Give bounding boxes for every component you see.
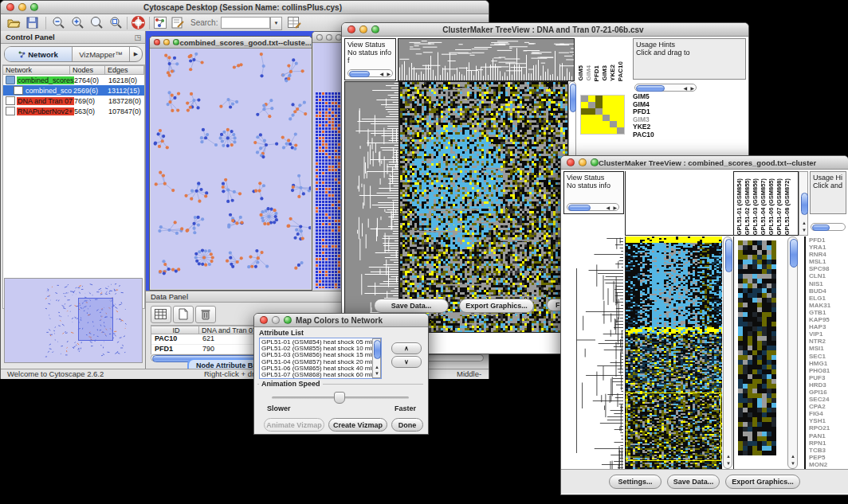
search-dropdown-icon[interactable]: ▼ bbox=[270, 17, 282, 30]
gene-label[interactable]: YRA1 bbox=[809, 244, 847, 251]
network-table-row[interactable]: combined_sco 2569(6) 13112(15) bbox=[3, 85, 144, 96]
gene-label[interactable]: NTR2 bbox=[809, 338, 847, 345]
row-label[interactable]: PAC10 bbox=[633, 131, 654, 139]
gene-label[interactable]: ELG1 bbox=[809, 295, 847, 302]
save-data-button[interactable]: Save Data... bbox=[667, 475, 720, 489]
gene-label[interactable]: PHO81 bbox=[809, 367, 847, 374]
vscrollbar-thumb[interactable] bbox=[570, 84, 576, 112]
mini-vscrollbar[interactable]: ▲ ▼ bbox=[787, 236, 798, 469]
help-lifebuoy-icon[interactable] bbox=[132, 16, 145, 29]
usage-hints-hscrollbar[interactable]: ◀ ▶ bbox=[634, 84, 697, 92]
similarity-matrix[interactable] bbox=[580, 95, 625, 135]
dialog-titlebar[interactable]: Map Colors to Network bbox=[254, 314, 428, 327]
scroll-right-icon[interactable]: ▶ bbox=[613, 205, 617, 210]
scroll-down-icon[interactable]: ▼ bbox=[791, 461, 795, 466]
animate-vizmap-button[interactable]: Animate Vizmap bbox=[264, 418, 324, 432]
zoom-button[interactable] bbox=[284, 316, 292, 324]
minimize-button[interactable] bbox=[359, 25, 367, 33]
close-button[interactable] bbox=[316, 34, 323, 41]
hscrollbar-thumb[interactable] bbox=[636, 85, 665, 92]
gene-label[interactable]: GTB1 bbox=[809, 309, 847, 316]
vscrollbar-thumb[interactable] bbox=[801, 193, 808, 215]
network-table-row[interactable]: combined_scores 2764(0) 16218(0) bbox=[3, 75, 144, 85]
float-panel-icon[interactable]: ◳ bbox=[134, 33, 141, 41]
move-down-button[interactable]: ∨ bbox=[391, 356, 422, 368]
gene-label[interactable]: PFD1 bbox=[809, 236, 847, 244]
birdseye-canvas[interactable] bbox=[5, 279, 140, 361]
column-header-edges[interactable]: Edges bbox=[105, 65, 144, 75]
gene-label[interactable]: CPA2 bbox=[809, 403, 847, 410]
column-label[interactable]: GPL51-08 (GSM872) bbox=[783, 178, 791, 235]
gene-label[interactable]: SEC24 bbox=[809, 396, 847, 403]
usage-hints-hscrollbar[interactable] bbox=[811, 223, 846, 231]
column-header-network[interactable]: Network bbox=[2, 65, 70, 75]
scroll-down-icon[interactable]: ▼ bbox=[802, 228, 807, 232]
mini-heatmap-canvas[interactable] bbox=[738, 240, 776, 455]
zoom-button[interactable] bbox=[591, 158, 599, 166]
select-attributes-button[interactable] bbox=[151, 306, 171, 323]
delete-attribute-button[interactable] bbox=[195, 306, 216, 323]
treeview2-titlebar[interactable]: ClusterMaker TreeView : combined_scores_… bbox=[561, 156, 848, 170]
gene-label[interactable]: PUF3 bbox=[809, 374, 847, 381]
gene-label[interactable]: BUD4 bbox=[809, 287, 847, 295]
gene-label[interactable]: NIS1 bbox=[809, 280, 847, 287]
scroll-down-icon[interactable]: ▼ bbox=[726, 461, 731, 466]
gene-label[interactable]: RPN1 bbox=[809, 440, 847, 447]
scroll-down-icon[interactable]: ▼ bbox=[375, 371, 379, 376]
main-titlebar[interactable]: Cytoscape Desktop (Session Name: collins… bbox=[1, 1, 489, 14]
scroll-up-icon[interactable]: ▲ bbox=[791, 454, 795, 459]
open-file-icon[interactable] bbox=[7, 17, 21, 29]
column-label[interactable]: GPL51-03 (GSM856) bbox=[752, 178, 759, 235]
column-label[interactable]: GIM5 bbox=[577, 65, 584, 81]
close-button[interactable] bbox=[260, 316, 268, 324]
zoom-selected-icon[interactable] bbox=[109, 16, 123, 29]
gene-label[interactable]: PAN1 bbox=[809, 432, 847, 440]
gene-label[interactable]: HRD3 bbox=[809, 381, 847, 389]
network-overview-icon[interactable] bbox=[154, 17, 167, 29]
attribute-browser-icon[interactable] bbox=[288, 17, 301, 29]
column-dendrogram-area[interactable] bbox=[625, 171, 733, 236]
zoom-in-icon[interactable] bbox=[71, 16, 84, 29]
scroll-left-icon[interactable]: ◀ bbox=[683, 86, 687, 91]
tab-vizmapper[interactable]: VizMapper™ bbox=[73, 47, 129, 61]
gene-label[interactable]: FIG4 bbox=[809, 410, 847, 417]
column-label[interactable]: GIM4 bbox=[585, 65, 592, 81]
column-label[interactable]: PFD1 bbox=[593, 65, 600, 81]
gene-label[interactable]: TCB3 bbox=[809, 447, 847, 454]
gene-label[interactable]: PEP5 bbox=[809, 454, 847, 461]
save-data-button[interactable]: Save Data... bbox=[374, 299, 449, 313]
scroll-up-icon[interactable]: ▲ bbox=[726, 454, 731, 459]
speed-slider-thumb[interactable] bbox=[334, 392, 345, 404]
minimize-button[interactable] bbox=[163, 39, 170, 45]
done-button[interactable]: Done bbox=[391, 418, 423, 432]
tab-network[interactable]: Network bbox=[5, 47, 73, 61]
zoom-fit-icon[interactable] bbox=[90, 16, 104, 29]
export-graphics-button[interactable]: Export Graphics... bbox=[459, 299, 534, 313]
column-label[interactable]: GPL51-06 (GSM865) bbox=[768, 178, 775, 235]
export-graphics-button[interactable]: Export Graphics... bbox=[725, 475, 800, 489]
column-labels-vscrollbar[interactable]: ▲ ▼ bbox=[799, 171, 808, 236]
heatmap-canvas[interactable] bbox=[399, 81, 568, 333]
tab-overflow-button[interactable]: ▶ bbox=[129, 47, 142, 61]
minimize-button[interactable] bbox=[18, 3, 26, 11]
gene-label[interactable]: MON2 bbox=[809, 461, 847, 468]
view-status-hscrollbar[interactable]: ◀ ▶ bbox=[347, 69, 393, 77]
scroll-left-icon[interactable]: ◀ bbox=[606, 205, 610, 210]
zoom-button[interactable] bbox=[371, 25, 379, 33]
vscrollbar-thumb[interactable] bbox=[790, 239, 798, 268]
gene-label[interactable]: YSH1 bbox=[809, 417, 847, 424]
row-dendrogram-canvas[interactable] bbox=[563, 236, 623, 469]
column-label[interactable]: PAC10 bbox=[617, 61, 624, 81]
gene-label[interactable]: MSL1 bbox=[809, 258, 847, 265]
network-table-row[interactable]: RNAPuberNov2+ 563(0) 107847(0) bbox=[3, 106, 144, 116]
close-button[interactable] bbox=[6, 3, 14, 11]
vscrollbar-thumb[interactable] bbox=[374, 340, 381, 359]
column-label[interactable]: GPL51-02 (GSM855) bbox=[744, 178, 751, 235]
gene-label[interactable]: GPI16 bbox=[809, 389, 847, 396]
vscrollbar-thumb[interactable] bbox=[725, 239, 732, 272]
network-table-row[interactable]: DNA and Tran 07 769(0) 183728(0) bbox=[3, 96, 144, 106]
row-dendrogram-canvas[interactable] bbox=[344, 81, 399, 333]
column-dendrogram-canvas[interactable] bbox=[398, 38, 575, 81]
search-input[interactable] bbox=[221, 17, 270, 29]
view-status-hscrollbar[interactable]: ◀ ▶ bbox=[567, 203, 619, 211]
